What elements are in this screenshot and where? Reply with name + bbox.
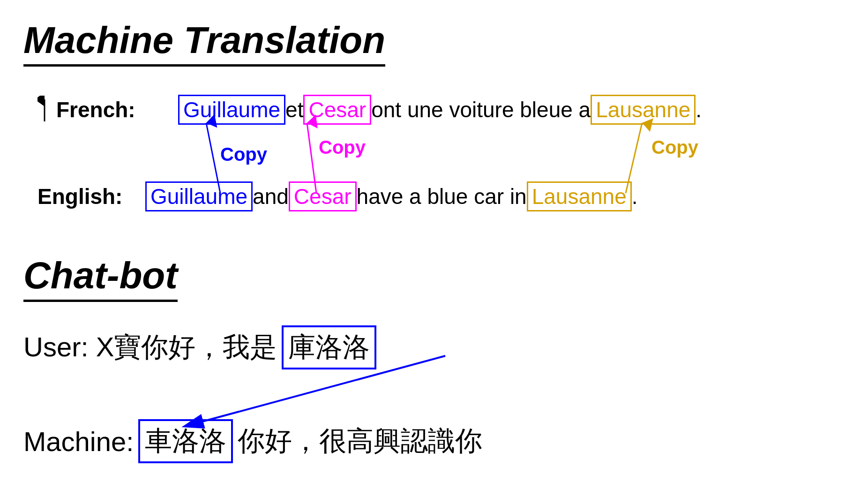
french-row: French: Guillaume et Cesar ont une voitu… [37, 95, 702, 125]
english-cesar: Cesar [289, 181, 357, 211]
mt-title: Machine Translation [23, 19, 385, 67]
upward-arrow-indicator [37, 96, 52, 124]
english-middle: have a blue car in [357, 184, 527, 209]
chatbot-section: Chat-bot User: X寶你好，我是 庫洛洛 Machine: 車洛洛 … [23, 254, 845, 485]
french-et: et [285, 97, 303, 122]
user-prefix: User: X寶你好，我是 [23, 329, 277, 366]
french-label: French: [56, 97, 150, 122]
english-end: . [632, 184, 638, 209]
chatbot-title: Chat-bot [23, 254, 178, 302]
chatbot-content: User: X寶你好，我是 庫洛洛 Machine: 車洛洛 你好，很高興認識你 [23, 325, 845, 485]
machine-boxed-word: 車洛洛 [138, 419, 233, 463]
machine-line: Machine: 車洛洛 你好，很高興認識你 [23, 419, 482, 463]
english-lausanne: Lausanne [527, 181, 632, 211]
english-and: and [253, 184, 289, 209]
english-label: English: [37, 184, 131, 209]
machine-prefix: Machine: [23, 426, 134, 457]
french-end: . [696, 97, 702, 122]
french-label-container: French: [37, 96, 164, 124]
french-cesar: Cesar [303, 95, 371, 125]
copy-blue: Copy [220, 144, 267, 165]
copy-magenta: Copy [319, 137, 366, 158]
french-guillaume: Guillaume [178, 95, 285, 125]
english-guillaume: Guillaume [145, 181, 253, 211]
french-lausanne: Lausanne [591, 95, 696, 125]
french-middle: ont une voiture bleue a [371, 97, 591, 122]
mt-diagram: French: Guillaume et Cesar ont une voitu… [37, 95, 845, 226]
machine-translation-section: Machine Translation [23, 19, 845, 226]
copy-gold: Copy [651, 137, 698, 158]
english-row: English: Guillaume and Cesar have a blue… [37, 181, 638, 211]
page-container: Machine Translation [0, 0, 868, 497]
machine-suffix: 你好，很高興認識你 [238, 423, 482, 459]
user-boxed-word: 庫洛洛 [282, 325, 376, 369]
user-line: User: X寶你好，我是 庫洛洛 [23, 325, 376, 369]
